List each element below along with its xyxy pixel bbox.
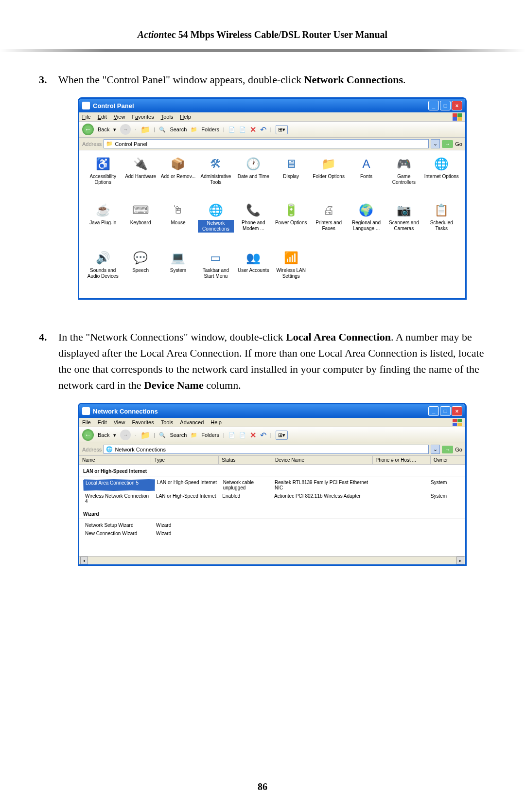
undo-icon[interactable]: ↶ — [260, 431, 266, 440]
icon-label: Add Hardware — [122, 174, 158, 180]
up-button[interactable]: 📁 — [140, 125, 150, 134]
menu-favorites[interactable]: Favorites — [132, 419, 154, 425]
menu-help[interactable]: Help — [210, 419, 222, 425]
column-header[interactable]: Status — [219, 456, 272, 464]
cp-icon-sounds-and-audio-devices[interactable]: 🔊Sounds and Audio Devices — [85, 250, 121, 292]
back-dropdown-icon[interactable]: ▾ — [113, 126, 116, 133]
connection-row[interactable]: Wireless Network Connection 4LAN or High… — [79, 492, 465, 505]
cp-icon-date-and-time[interactable]: 🕐Date and Time — [236, 156, 271, 198]
titlebar[interactable]: Control Panel _ □ × — [79, 99, 465, 112]
cp-icon-taskbar-and-start-menu[interactable]: ▭Taskbar and Start Menu — [198, 250, 233, 292]
cp-icon-user-accounts[interactable]: 👥User Accounts — [236, 250, 271, 292]
maximize-button[interactable]: □ — [440, 101, 451, 110]
icon-glyph: 🖥 — [283, 156, 299, 172]
icon-glyph: 📋 — [434, 202, 449, 218]
column-header[interactable]: Phone # or Host ... — [373, 456, 431, 464]
cp-icon-regional-and-language-[interactable]: 🌍Regional and Language ... — [349, 202, 384, 246]
cp-icon-folder-options[interactable]: 📁Folder Options — [311, 156, 346, 198]
address-input[interactable]: 📁 Control Panel — [104, 139, 429, 148]
cp-icon-power-options[interactable]: 🔋Power Options — [273, 202, 309, 246]
cp-icon-network-connections[interactable]: 🌐Network Connections — [198, 202, 233, 246]
folders-button[interactable]: Folders — [201, 432, 219, 438]
column-header[interactable]: Device Name — [272, 456, 373, 464]
column-header[interactable]: Type — [151, 456, 219, 464]
cp-icon-internet-options[interactable]: 🌐Internet Options — [424, 156, 459, 198]
delete-icon[interactable]: ✕ — [250, 431, 256, 440]
connection-row[interactable]: Local Area Connection 5LAN or High-Speed… — [79, 478, 465, 492]
forward-button[interactable]: → — [120, 124, 131, 135]
copy-to-icon[interactable]: 📄 — [239, 432, 246, 438]
connection-row[interactable]: Network Setup WizardWizard — [79, 521, 465, 529]
back-button[interactable]: ← — [82, 429, 94, 441]
close-button[interactable]: × — [452, 406, 462, 416]
back-dropdown-icon[interactable]: ▾ — [113, 432, 116, 438]
go-button[interactable]: → — [442, 446, 453, 453]
search-button[interactable]: Search — [170, 432, 187, 438]
icon-label: User Accounts — [236, 268, 271, 273]
menu-tools[interactable]: Tools — [161, 419, 174, 425]
menu-help[interactable]: Help — [180, 114, 191, 120]
cp-icon-scheduled-tasks[interactable]: 📋Scheduled Tasks — [424, 202, 459, 246]
back-button[interactable]: ← — [82, 124, 94, 135]
icon-glyph: 📦 — [170, 156, 186, 172]
close-button[interactable]: × — [452, 101, 462, 110]
cp-icon-keyboard[interactable]: ⌨Keyboard — [122, 202, 158, 246]
cp-icon-fonts[interactable]: AFonts — [349, 156, 384, 198]
forward-button[interactable]: → — [120, 430, 131, 440]
menu-advanced[interactable]: Advanced — [180, 419, 204, 425]
folders-icon: 📁 — [191, 432, 197, 438]
undo-icon[interactable]: ↶ — [260, 125, 266, 134]
minimize-button[interactable]: _ — [428, 406, 439, 416]
horizontal-scrollbar[interactable]: ◂ ▸ — [79, 556, 465, 564]
up-button[interactable]: 📁 — [140, 431, 150, 440]
views-button[interactable]: ⊞▾ — [276, 125, 288, 134]
menu-file[interactable]: File — [82, 419, 91, 425]
brand-prefix: Action — [138, 29, 164, 40]
address-input[interactable]: 🌐 Network Connections — [104, 445, 429, 454]
column-header[interactable]: Owner — [431, 456, 465, 464]
cp-icon-accessibility-options[interactable]: ♿Accessibility Options — [85, 156, 121, 198]
views-button[interactable]: ⊞▾ — [276, 431, 288, 440]
folders-button[interactable]: Folders — [201, 126, 219, 132]
cp-icon-printers-and-faxes[interactable]: 🖨Printers and Faxes — [311, 202, 346, 246]
cp-icon-add-or-remov-[interactable]: 📦Add or Remov... — [160, 156, 196, 198]
move-to-icon[interactable]: 📄 — [228, 126, 235, 133]
titlebar[interactable]: Network Connections _ □ × — [79, 404, 465, 418]
menu-edit[interactable]: Edit — [98, 419, 107, 425]
cp-icon-java-plug-in[interactable]: ☕Java Plug-in — [85, 202, 121, 246]
icon-glyph: 📁 — [321, 156, 336, 172]
cp-icon-add-hardware[interactable]: 🔌Add Hardware — [122, 156, 158, 198]
column-header[interactable]: Name — [79, 456, 151, 464]
scroll-right-icon[interactable]: ▸ — [456, 557, 464, 564]
menu-file[interactable]: File — [82, 114, 91, 120]
minimize-button[interactable]: _ — [428, 101, 439, 110]
connection-row[interactable]: New Connection WizardWizard — [79, 529, 465, 538]
copy-to-icon[interactable]: 📄 — [239, 126, 246, 133]
search-button[interactable]: Search — [170, 126, 187, 132]
scroll-left-icon[interactable]: ◂ — [80, 557, 88, 564]
cell-type: LAN or High-Speed Internet — [155, 479, 221, 491]
menu-view[interactable]: View — [114, 114, 125, 120]
menu-edit[interactable]: Edit — [98, 114, 107, 120]
go-button[interactable]: → — [442, 140, 453, 148]
cp-icon-wireless-lan-settings[interactable]: 📶Wireless LAN Settings — [273, 250, 309, 292]
cp-icon-phone-and-modem-[interactable]: 📞Phone and Modem ... — [236, 202, 271, 246]
cp-icon-display[interactable]: 🖥Display — [273, 156, 309, 198]
icon-glyph: 🌍 — [358, 202, 374, 218]
address-dropdown-icon[interactable]: ⌄ — [431, 139, 440, 148]
icon-glyph: 📞 — [245, 202, 261, 218]
cp-icon-system[interactable]: 💻System — [160, 250, 196, 292]
move-to-icon[interactable]: 📄 — [228, 432, 235, 438]
delete-icon[interactable]: ✕ — [250, 125, 256, 134]
menu-view[interactable]: View — [114, 419, 125, 425]
cp-icon-scanners-and-cameras[interactable]: 📷Scanners and Cameras — [386, 202, 421, 246]
cp-icon-game-controllers[interactable]: 🎮Game Controllers — [386, 156, 421, 198]
address-dropdown-icon[interactable]: ⌄ — [431, 445, 440, 454]
menu-favorites[interactable]: Favorites — [132, 114, 154, 120]
maximize-button[interactable]: □ — [440, 406, 451, 416]
menu-tools[interactable]: Tools — [161, 114, 174, 120]
cp-icon-mouse[interactable]: 🖱Mouse — [160, 202, 196, 246]
icon-label: Regional and Language ... — [349, 220, 384, 232]
cp-icon-administrative-tools[interactable]: 🛠Administrative Tools — [198, 156, 233, 198]
cp-icon-speech[interactable]: 💬Speech — [122, 250, 158, 292]
